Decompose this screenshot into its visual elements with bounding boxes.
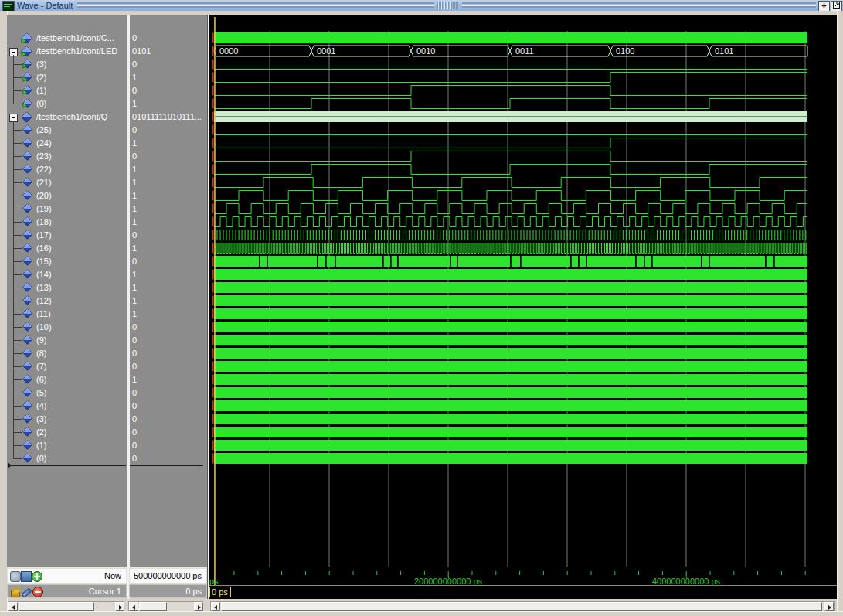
signal-name-row[interactable]: (2) — [7, 71, 127, 84]
signal-icon — [22, 138, 32, 148]
tree-connector — [13, 248, 22, 249]
signal-name-row[interactable]: (24) — [7, 137, 127, 150]
signal-name-row[interactable]: /testbench1/cont/Q — [7, 111, 127, 124]
signal-name: (20) — [36, 189, 52, 202]
signal-value-cell[interactable]: 0 — [129, 150, 207, 163]
signal-value-cell[interactable]: 0 — [129, 334, 207, 347]
now-label: Now — [104, 569, 121, 584]
signal-value-cell[interactable]: 1 — [129, 189, 207, 202]
signal-name-row[interactable]: (10) — [7, 321, 127, 334]
undock-icon[interactable] — [831, 1, 842, 12]
signal-name-row[interactable]: /testbench1/cont/C... — [7, 32, 127, 45]
signal-name: (12) — [36, 294, 52, 308]
signal-name-row[interactable]: (9) — [7, 334, 127, 347]
cursor-row-value[interactable]: 0 ps — [129, 584, 207, 598]
signal-name-row[interactable]: (22) — [7, 163, 127, 176]
signal-value-cell[interactable]: 0 — [129, 84, 207, 97]
now-row-names: Now — [7, 568, 127, 584]
signal-value-cell[interactable]: 1 — [129, 97, 207, 111]
signal-name-row[interactable]: (21) — [7, 176, 127, 189]
signal-name-row[interactable]: (0) — [7, 452, 127, 465]
signal-value-cell[interactable]: 0 — [129, 439, 207, 452]
signal-name-row[interactable]: (15) — [7, 255, 127, 268]
signal-value-cell[interactable]: 1 — [129, 373, 207, 386]
signal-name-row[interactable]: (3) — [7, 58, 127, 71]
signal-name: (25) — [36, 124, 52, 137]
signal-value-cell[interactable]: 1 — [129, 281, 207, 294]
timeline-properties-icon[interactable] — [10, 571, 21, 582]
lock-cursor-icon[interactable] — [11, 590, 20, 597]
signal-name-row[interactable]: (4) — [7, 400, 127, 413]
signal-value-cell[interactable]: 1 — [129, 216, 207, 229]
edit-cursor-icon[interactable] — [22, 588, 32, 598]
tree-connector — [13, 340, 22, 341]
signal-name-row[interactable]: (18) — [7, 216, 127, 229]
titlebar[interactable]: Wave - Default + — [0, 0, 843, 12]
signal-name-row[interactable]: (25) — [7, 124, 127, 137]
signal-value-cell[interactable]: 0101 — [129, 45, 207, 58]
port-signal-icon — [22, 59, 32, 69]
signal-value-cell[interactable]: 0 — [129, 58, 207, 71]
waveform-svg[interactable]: 000000010010001101000101200000000000 ps4… — [209, 15, 837, 599]
signal-name-row[interactable]: (19) — [7, 202, 127, 216]
signal-value-cell[interactable]: 0 — [129, 32, 207, 45]
signal-value-cell[interactable]: 0 — [129, 426, 207, 439]
add-button[interactable]: + — [818, 1, 830, 12]
signal-name-row[interactable]: (14) — [7, 268, 127, 281]
tree-connector — [13, 104, 22, 104]
wave-canvas[interactable]: 000000010010001101000101200000000000 ps4… — [209, 15, 837, 599]
signal-value-cell[interactable]: 0 — [129, 452, 207, 465]
signal-value-cell[interactable]: 0 — [129, 386, 207, 400]
signal-value-cell[interactable]: 0 — [129, 124, 207, 137]
signal-name-row[interactable]: (11) — [7, 308, 127, 321]
signal-name-row[interactable]: (5) — [7, 386, 127, 400]
signal-value-cell[interactable]: 0 — [129, 229, 207, 242]
signal-value-cell[interactable]: 0 — [129, 400, 207, 413]
signal-value-cell[interactable]: 1 — [129, 137, 207, 150]
signal-name-row[interactable]: (7) — [7, 360, 127, 373]
wave-hscrollbar[interactable] — [210, 601, 835, 611]
signal-icon — [21, 111, 32, 123]
signal-value-cell[interactable]: 1 — [129, 202, 207, 216]
values-hscrollbar[interactable] — [128, 601, 203, 611]
signal-value-cell[interactable]: 1 — [129, 294, 207, 308]
signal-value-cell[interactable]: 0 — [129, 255, 207, 268]
signal-name-row[interactable]: (23) — [7, 150, 127, 163]
signal-value-cell[interactable]: 1 — [129, 71, 207, 84]
tree-connector — [13, 64, 22, 65]
signal-name-row[interactable]: (0) — [7, 97, 127, 111]
signal-name-row[interactable]: /testbench1/cont/LED — [7, 45, 127, 58]
signal-name-row[interactable]: (1) — [7, 84, 127, 97]
signal-name-row[interactable]: (2) — [7, 426, 127, 439]
cursor-row-names[interactable]: Cursor 1 — [7, 584, 127, 598]
signal-icon — [22, 440, 32, 450]
signal-value-cell[interactable]: 0 — [129, 321, 207, 334]
signal-value-cell[interactable]: 1 — [129, 163, 207, 176]
signal-icon — [22, 400, 32, 410]
column-splitter[interactable] — [207, 15, 209, 599]
signal-name-row[interactable]: (17) — [7, 229, 127, 242]
delete-cursor-icon[interactable] — [32, 587, 43, 597]
signal-value-cell[interactable]: 0 — [129, 413, 207, 426]
signal-value-cell[interactable]: 1 — [129, 308, 207, 321]
signal-name: (8) — [36, 347, 46, 360]
signal-value-cell[interactable]: 01011111010111... — [129, 111, 207, 124]
signal-name-row[interactable]: (16) — [7, 242, 127, 255]
signal-name-row[interactable]: (6) — [7, 373, 127, 386]
signal-name-row[interactable]: (1) — [7, 439, 127, 452]
signal-value-cell[interactable]: 1 — [129, 242, 207, 255]
signal-value-cell[interactable]: 0 — [129, 347, 207, 360]
signal-name-row[interactable]: (8) — [7, 347, 127, 360]
svg-text:400000000000 ps: 400000000000 ps — [652, 577, 721, 586]
add-cursor-icon[interactable] — [32, 571, 42, 582]
signal-value-cell[interactable]: 0 — [129, 360, 207, 373]
grid-properties-icon[interactable] — [21, 571, 32, 582]
signal-name-row[interactable]: (20) — [7, 189, 127, 202]
signal-name-row[interactable]: (12) — [7, 294, 127, 308]
now-value: 500000000000 ps — [134, 569, 202, 584]
signal-name-row[interactable]: (13) — [7, 281, 127, 294]
signal-value-cell[interactable]: 1 — [129, 176, 207, 189]
names-hscrollbar[interactable] — [8, 601, 124, 611]
signal-value-cell[interactable]: 1 — [129, 268, 207, 281]
signal-name-row[interactable]: (3) — [7, 413, 127, 426]
